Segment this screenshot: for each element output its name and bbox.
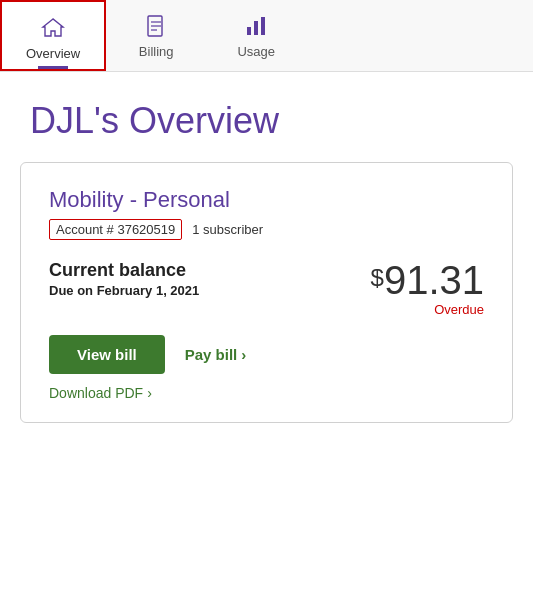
account-row: Account # 37620519 1 subscriber (49, 219, 484, 240)
top-nav: Overview Billing (0, 0, 533, 72)
pay-bill-label: Pay bill (185, 346, 238, 363)
balance-row: Current balance Due on February 1, 2021 … (49, 260, 484, 317)
account-number: Account # 37620519 (49, 219, 182, 240)
tab-usage-label: Usage (237, 44, 275, 59)
tab-billing-label: Billing (139, 44, 174, 59)
tab-usage[interactable]: Usage (206, 0, 306, 71)
tab-billing[interactable]: Billing (106, 0, 206, 71)
svg-rect-5 (254, 21, 258, 35)
balance-amount: $91.31 (371, 260, 484, 300)
card-title: Mobility - Personal (49, 187, 484, 213)
pay-bill-button[interactable]: Pay bill › (185, 346, 247, 363)
overview-icon (39, 14, 67, 42)
account-card: Mobility - Personal Account # 37620519 1… (20, 162, 513, 423)
billing-icon (142, 12, 170, 40)
button-row: View bill Pay bill › (49, 335, 484, 374)
balance-right: $91.31 Overdue (371, 260, 484, 317)
tab-overview[interactable]: Overview (0, 0, 106, 71)
download-pdf-link[interactable]: Download PDF › (49, 385, 152, 401)
subscriber-count: 1 subscriber (192, 222, 263, 237)
view-bill-button[interactable]: View bill (49, 335, 165, 374)
tab-overview-label: Overview (26, 46, 80, 61)
svg-rect-6 (261, 17, 265, 35)
balance-left: Current balance Due on February 1, 2021 (49, 260, 199, 298)
usage-icon (242, 12, 270, 40)
amount-value: 91.31 (384, 258, 484, 302)
download-pdf-label: Download PDF (49, 385, 143, 401)
pay-bill-arrow: › (241, 346, 246, 363)
dollar-sign: $ (371, 266, 384, 290)
due-date: Due on February 1, 2021 (49, 283, 199, 298)
balance-label: Current balance (49, 260, 199, 281)
active-underline (38, 66, 68, 69)
download-pdf-arrow: › (147, 385, 152, 401)
page-title: DJL's Overview (0, 72, 533, 162)
overdue-label: Overdue (371, 302, 484, 317)
svg-rect-4 (247, 27, 251, 35)
